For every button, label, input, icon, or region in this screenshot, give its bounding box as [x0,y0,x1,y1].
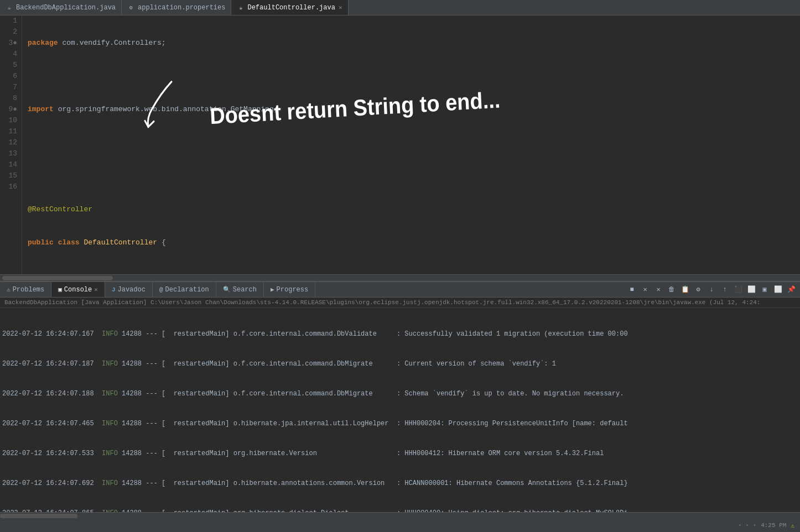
code-line-4 [28,138,794,149]
code-editor[interactable]: package com.vendify.Controllers; import … [22,15,800,274]
editor-hscroll-thumb[interactable] [2,276,113,280]
code-line-6: @RestController [28,204,794,215]
console-line-5: 2022-07-12 16:24:07.692 INFO 14288 --- [… [2,478,798,488]
panel-tab-problems[interactable]: ⚠ Problems [0,282,51,297]
status-dots: • • • [738,522,756,529]
console-line-4: 2022-07-12 16:24:07.533 INFO 14288 --- [… [2,448,798,458]
code-line-5 [28,171,794,182]
code-line-1: package com.vendify.Controllers; [28,38,794,49]
line-num-8: 8 [4,93,17,104]
toolbar-btn-8[interactable]: ↑ [719,284,730,295]
bottom-panel: ⚠ Problems ▣ Console ✕ J Javadoc @ Decla… [0,281,800,519]
console-hscroll-thumb[interactable] [0,514,77,518]
panel-tab-bar: ⚠ Problems ▣ Console ✕ J Javadoc @ Decla… [0,282,800,298]
toolbar-btn-4[interactable]: 🗑 [666,284,677,295]
console-path-bar: BackendDbApplication [Java Application] … [0,298,800,308]
editor-area: 1 2 3● 4 5 6 7 8 9● 10 11 12 13 14 15 16… [0,15,800,281]
toolbar-btn-12[interactable]: ⬜ [772,284,783,295]
line-num-11: 11 [4,126,17,137]
editor-tab-bar: ☕ BackendDbApplication.java ⚙ applicatio… [0,0,800,15]
problems-icon: ⚠ [7,286,11,293]
console-output[interactable]: 2022-07-12 16:24:07.167 INFO 14288 --- [… [0,308,800,512]
line-numbers: 1 2 3● 4 5 6 7 8 9● 10 11 12 13 14 15 16 [0,15,22,274]
console-line-6: 2022-07-12 16:24:07.865 INFO 14288 --- [… [2,508,798,512]
console-line-3: 2022-07-12 16:24:07.465 INFO 14288 --- [… [2,419,798,429]
status-time: 4:25 PM [761,522,786,529]
line-num-15: 15 [4,170,17,181]
java-icon: ☕ [6,4,13,12]
toolbar-btn-9[interactable]: ⬛ [733,284,744,295]
line-num-7: 7 [4,82,17,93]
toolbar-btn-11[interactable]: ▣ [759,284,770,295]
panel-tab-progress[interactable]: ▶ Progress [264,282,315,297]
code-container: 1 2 3● 4 5 6 7 8 9● 10 11 12 13 14 15 16… [0,15,800,274]
line-num-14: 14 [4,159,17,170]
toolbar-btn-2[interactable]: ✕ [640,284,651,295]
console-icon: ▣ [58,286,62,293]
java-icon-2: ☕ [237,4,245,12]
line-num-5: 5 [4,60,17,71]
line-num-6: 6 [4,71,17,82]
javadoc-icon: J [112,286,116,293]
status-warning: ⚠ [791,522,794,529]
code-line-8 [28,270,794,274]
line-num-1: 1 [4,15,17,27]
code-line-2 [28,71,794,82]
line-num-2: 2 [4,27,17,38]
panel-tab-search[interactable]: 🔍 Search [216,282,264,297]
line-num-12: 12 [4,137,17,148]
line-num-4: 4 [4,49,17,60]
panel-tabs: ⚠ Problems ▣ Console ✕ J Javadoc @ Decla… [0,282,315,297]
line-num-16: 16 [4,181,17,192]
editor-hscrollbar[interactable] [0,274,800,281]
toolbar-btn-7[interactable]: ↓ [706,284,717,295]
search-icon: 🔍 [223,286,231,293]
panel-tab-declaration[interactable]: @ Declaration [153,282,216,297]
line-num-3: 3● [4,38,17,49]
toolbar-btn-6[interactable]: ⚙ [693,284,704,295]
properties-icon: ⚙ [127,4,135,12]
panel-tab-console[interactable]: ▣ Console ✕ [51,282,105,297]
panel-tab-javadoc[interactable]: J Javadoc [105,282,153,297]
line-num-13: 13 [4,148,17,159]
declaration-icon: @ [159,286,163,293]
console-line-2: 2022-07-12 16:24:07.188 INFO 14288 --- [… [2,389,798,399]
panel-toolbar: ■ ✕ ✕ 🗑 📋 ⚙ ↓ ↑ ⬛ ⬜ ▣ ⬜ 📌 [623,284,800,295]
console-close-button[interactable]: ✕ [94,286,98,293]
tab-backend[interactable]: ☕ BackendDbApplication.java [0,0,122,15]
line-num-10: 10 [4,115,17,126]
console-hscrollbar[interactable] [0,512,800,519]
status-bar: • • • 4:25 PM ⚠ [0,519,800,532]
code-line-7: public class DefaultController { [28,237,794,248]
line-num-9: 9● [4,104,17,115]
console-line-0: 2022-07-12 16:24:07.167 INFO 14288 --- [… [2,329,798,339]
tab-close-button[interactable]: ✕ [339,4,342,11]
toolbar-btn-3[interactable]: ✕ [653,284,664,295]
tab-app-properties[interactable]: ⚙ application.properties [122,0,231,15]
toolbar-btn-5[interactable]: 📋 [679,284,690,295]
progress-icon: ▶ [271,286,274,293]
console-line-1: 2022-07-12 16:24:07.187 INFO 14288 --- [… [2,359,798,369]
toolbar-btn-10[interactable]: ⬜ [746,284,757,295]
code-line-3: import org.springframework.web.bind.anno… [28,104,794,116]
tab-controller[interactable]: ☕ DefaultController.java ✕ [231,0,348,15]
toolbar-pin[interactable]: 📌 [786,284,797,295]
toolbar-btn-1[interactable]: ■ [626,284,637,295]
